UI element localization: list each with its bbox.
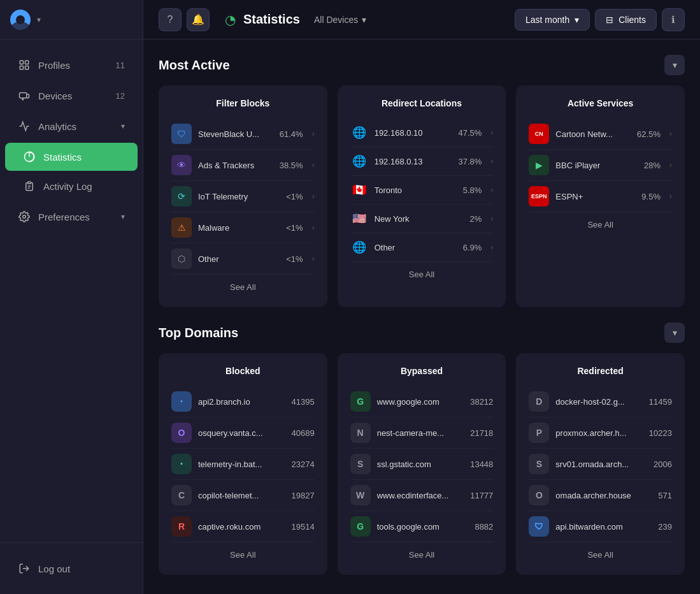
blocked-title: Blocked bbox=[171, 366, 315, 376]
device-filter-label: All Devices bbox=[314, 15, 358, 25]
telemetry-label: telemetry-in.bat... bbox=[198, 460, 285, 469]
filter-row-ads[interactable]: 👁 Ads & Trackers 38.5% › bbox=[171, 150, 315, 181]
sidebar-item-devices[interactable]: Devices 12 bbox=[5, 82, 138, 110]
sidebar-item-logout[interactable]: Log out bbox=[5, 554, 138, 583]
bypassed-row-tools-google[interactable]: G tools.google.com 8882 bbox=[350, 511, 494, 542]
blocked-row-roku[interactable]: R captive.roku.com 19514 bbox=[171, 511, 315, 542]
toronto-label: Toronto bbox=[375, 185, 457, 195]
srv01-icon: S bbox=[529, 454, 549, 474]
redirected-row-bitwarden[interactable]: 🛡 api.bitwarden.com 239 bbox=[529, 511, 672, 542]
notification-button[interactable]: 🔔 bbox=[187, 8, 210, 31]
sidebar-item-profiles[interactable]: Profiles 11 bbox=[5, 51, 138, 79]
toronto-chevron-icon: › bbox=[490, 185, 493, 194]
redirect-locations-card: Redirect Locations 🌐 192.168.0.10 47.5% … bbox=[338, 85, 506, 307]
sidebar-bottom: Log out bbox=[0, 542, 143, 594]
omada-label: omada.archer.house bbox=[555, 491, 652, 500]
filter-row-iot[interactable]: ⟳ IoT Telemetry <1% › bbox=[171, 181, 315, 212]
bypassed-row-ecd[interactable]: W www.ecdinterface... 11777 bbox=[350, 480, 494, 511]
filter-row-stevenblack[interactable]: 🛡 StevenBlack U... 61.4% › bbox=[171, 119, 315, 150]
osquery-label: osquery.vanta.c... bbox=[198, 428, 285, 438]
sidebar-item-analytics[interactable]: Analytics ▾ bbox=[5, 112, 138, 140]
profiles-badge: 11 bbox=[116, 61, 125, 70]
redirected-title: Redirected bbox=[529, 366, 672, 376]
iot-label: IoT Telemetry bbox=[198, 192, 280, 201]
blocked-row-osquery[interactable]: O osquery.vanta.c... 40689 bbox=[171, 417, 315, 449]
logo-icon[interactable] bbox=[10, 10, 31, 30]
statistics-label: Statistics bbox=[43, 152, 82, 163]
filter-blocks-see-all[interactable]: See All bbox=[171, 275, 315, 294]
profiles-label: Profiles bbox=[38, 60, 70, 71]
blocked-see-all[interactable]: See All bbox=[171, 542, 315, 562]
redirected-row-omada[interactable]: O omada.archer.house 571 bbox=[529, 480, 672, 511]
info-button[interactable]: ℹ bbox=[662, 8, 685, 31]
bypassed-row-nest[interactable]: N nest-camera-me... 21718 bbox=[350, 417, 494, 449]
svg-rect-4 bbox=[20, 93, 27, 98]
redirect-locations-see-all[interactable]: See All bbox=[350, 262, 494, 282]
copilot-label: copilot-telemet... bbox=[198, 491, 285, 500]
filter-row-malware[interactable]: ⚠ Malware <1% › bbox=[171, 212, 315, 243]
most-active-title: Most Active bbox=[159, 58, 230, 73]
filter-blocks-title: Filter Blocks bbox=[171, 98, 315, 108]
sidebar-nav: Profiles 11 Devices 12 Analytics ▾ Stati… bbox=[0, 40, 143, 542]
redirect-ip1-pct: 47.5% bbox=[458, 128, 482, 138]
ssl-count: 13448 bbox=[470, 460, 493, 469]
proxmox-icon: P bbox=[529, 423, 549, 443]
most-active-collapse-button[interactable]: ▾ bbox=[664, 55, 685, 75]
bypassed-row-google[interactable]: G www.google.com 38212 bbox=[350, 386, 494, 417]
filter-row-other[interactable]: ⬡ Other <1% › bbox=[171, 243, 315, 275]
sidebar-item-statistics[interactable]: Statistics bbox=[5, 143, 138, 171]
clients-icon: ⊟ bbox=[606, 15, 613, 25]
sidebar-item-activity-log[interactable]: Activity Log bbox=[5, 172, 138, 200]
redirect-row-192-13[interactable]: 🌐 192.168.0.13 37.8% › bbox=[350, 147, 494, 176]
chevron-down-icon[interactable]: ▾ bbox=[37, 15, 41, 24]
filter-other-icon: ⬡ bbox=[171, 249, 192, 269]
redirect-row-new-york[interactable]: 🇺🇸 New York 2% › bbox=[350, 205, 494, 233]
service-row-espn[interactable]: ESPN ESPN+ 9.5% › bbox=[529, 181, 672, 212]
blocked-row-copilot[interactable]: C copilot-telemet... 19827 bbox=[171, 480, 315, 511]
sidebar-item-preferences[interactable]: Preferences ▾ bbox=[5, 203, 138, 231]
iot-icon: ⟳ bbox=[171, 186, 192, 206]
service-row-bbc[interactable]: ▶ BBC iPlayer 28% › bbox=[529, 150, 672, 181]
toronto-pct: 5.8% bbox=[463, 185, 482, 195]
cartoon-network-chevron-icon: › bbox=[669, 129, 672, 138]
malware-label: Malware bbox=[198, 223, 280, 233]
srv01-count: 2006 bbox=[654, 460, 672, 469]
analytics-label: Analytics bbox=[38, 121, 76, 132]
redirected-row-docker[interactable]: D docker-host-02.g... 11459 bbox=[529, 386, 672, 417]
period-selector-button[interactable]: Last month ▾ bbox=[515, 9, 590, 31]
google-icon: G bbox=[350, 391, 371, 412]
blocked-domains-card: Blocked · api2.branch.io 41395 O osquery… bbox=[159, 353, 327, 575]
redirect-ip2-chevron-icon: › bbox=[490, 157, 493, 166]
clients-button[interactable]: ⊟ Clients bbox=[595, 9, 657, 31]
new-york-label: New York bbox=[375, 214, 464, 224]
redirected-see-all[interactable]: See All bbox=[529, 542, 672, 562]
help-button[interactable]: ? bbox=[159, 8, 182, 31]
stevenblack-label: StevenBlack U... bbox=[198, 129, 273, 139]
redirected-row-proxmox[interactable]: P proxmox.archer.h... 10223 bbox=[529, 417, 672, 449]
espn-chevron-icon: › bbox=[669, 192, 672, 201]
redirect-row-192-10[interactable]: 🌐 192.168.0.10 47.5% › bbox=[350, 119, 494, 147]
most-active-cards: Filter Blocks 🛡 StevenBlack U... 61.4% ›… bbox=[159, 85, 685, 307]
copilot-icon: C bbox=[171, 485, 192, 505]
blocked-row-api2branch[interactable]: · api2.branch.io 41395 bbox=[171, 386, 315, 417]
top-domains-collapse-button[interactable]: ▾ bbox=[664, 322, 685, 343]
devices-icon bbox=[18, 89, 31, 102]
device-filter-button[interactable]: All Devices ▾ bbox=[308, 11, 373, 29]
service-row-cn[interactable]: CN Cartoon Netw... 62.5% › bbox=[529, 119, 672, 150]
devices-label: Devices bbox=[38, 91, 72, 101]
redirect-row-other[interactable]: 🌐 Other 6.9% › bbox=[350, 233, 494, 262]
redirected-row-srv01[interactable]: S srv01.omada.arch... 2006 bbox=[529, 449, 672, 480]
ads-trackers-icon: 👁 bbox=[171, 155, 192, 175]
roku-icon: R bbox=[171, 516, 192, 537]
bypassed-see-all[interactable]: See All bbox=[350, 542, 494, 562]
redirect-row-toronto[interactable]: 🇨🇦 Toronto 5.8% › bbox=[350, 176, 494, 205]
statistics-icon bbox=[23, 150, 36, 163]
proxmox-count: 10223 bbox=[649, 428, 672, 438]
blocked-row-telemetry[interactable]: · telemetry-in.bat... 23274 bbox=[171, 449, 315, 480]
bypassed-row-ssl[interactable]: S ssl.gstatic.com 13448 bbox=[350, 449, 494, 480]
telemetry-icon: · bbox=[171, 454, 192, 474]
stevenblack-pct: 61.4% bbox=[280, 129, 303, 139]
globe-icon-3: 🌐 bbox=[350, 238, 368, 256]
top-domains-header: Top Domains ▾ bbox=[159, 322, 685, 343]
active-services-see-all[interactable]: See All bbox=[529, 212, 672, 232]
